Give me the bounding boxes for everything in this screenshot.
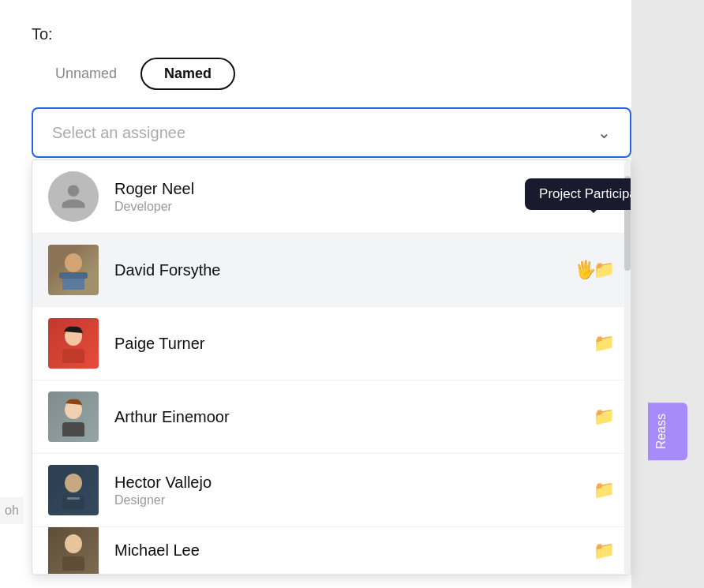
folder-icon[interactable]: 📁 bbox=[594, 406, 615, 427]
person-role: Designer bbox=[114, 493, 594, 507]
folder-icon[interactable]: 📁 🖐 bbox=[594, 260, 615, 280]
person-silhouette-michael bbox=[58, 531, 89, 571]
folder-icon[interactable]: Project Participant 📁 bbox=[594, 186, 615, 207]
svg-rect-2 bbox=[59, 272, 88, 279]
svg-point-10 bbox=[65, 534, 82, 553]
list-item[interactable]: Arthur Einemoor 📁 bbox=[32, 380, 631, 454]
person-name: Paige Turner bbox=[114, 335, 594, 353]
scrollbar-thumb[interactable] bbox=[624, 176, 631, 271]
avatar bbox=[48, 391, 99, 442]
svg-point-7 bbox=[65, 474, 82, 492]
list-item[interactable]: Roger Neel Developer Project Participant… bbox=[32, 160, 631, 234]
avatar bbox=[48, 171, 99, 222]
svg-rect-9 bbox=[67, 497, 80, 500]
person-name: Michael Lee bbox=[114, 541, 594, 560]
scrollbar[interactable] bbox=[624, 160, 631, 575]
avatar bbox=[48, 527, 99, 575]
list-item[interactable]: Paige Turner 📁 bbox=[32, 307, 631, 380]
person-info: Arthur Einemoor bbox=[114, 408, 594, 426]
svg-rect-6 bbox=[62, 422, 84, 436]
person-info: Michael Lee bbox=[114, 541, 594, 560]
named-toggle[interactable]: Named bbox=[140, 58, 235, 90]
list-item[interactable]: Hector Vallejo Designer 📁 bbox=[32, 454, 631, 527]
person-name: David Forsythe bbox=[114, 261, 594, 279]
select-placeholder: Select an assignee bbox=[52, 124, 185, 142]
avatar bbox=[48, 245, 99, 295]
toggle-group: Unnamed Named bbox=[32, 58, 600, 90]
person-name: Hector Vallejo bbox=[114, 474, 594, 492]
person-silhouette-arthur bbox=[58, 397, 89, 436]
folder-icon[interactable]: 📁 bbox=[594, 480, 615, 500]
person-info: Roger Neel Developer bbox=[114, 180, 594, 214]
person-role: Developer bbox=[114, 200, 594, 214]
chevron-down-icon: ⌄ bbox=[597, 123, 611, 142]
assignee-select[interactable]: Select an assignee ⌄ bbox=[32, 107, 631, 158]
reassign-button[interactable]: Reass bbox=[648, 403, 687, 460]
person-info: Paige Turner bbox=[114, 335, 594, 353]
dropdown-list: Roger Neel Developer Project Participant… bbox=[32, 159, 631, 575]
list-item[interactable]: David Forsythe 📁 🖐 bbox=[32, 234, 631, 307]
to-label: To: bbox=[32, 25, 600, 43]
person-silhouette-paige bbox=[58, 324, 89, 363]
unnamed-toggle[interactable]: Unnamed bbox=[32, 58, 140, 90]
person-icon bbox=[59, 182, 88, 211]
folder-icon[interactable]: 📁 bbox=[594, 333, 615, 354]
person-info: Hector Vallejo Designer bbox=[114, 474, 594, 507]
assignee-select-wrapper: Select an assignee ⌄ Roger Neel Develope… bbox=[32, 107, 631, 158]
avatar bbox=[48, 465, 99, 515]
svg-rect-11 bbox=[62, 556, 84, 571]
person-name: Roger Neel bbox=[114, 180, 594, 198]
avatar bbox=[48, 318, 99, 369]
person-silhouette-hector bbox=[58, 470, 89, 510]
left-edge-label: oh bbox=[0, 497, 24, 524]
list-item[interactable]: Michael Lee 📁 bbox=[32, 527, 631, 575]
person-silhouette bbox=[58, 250, 89, 290]
person-name: Arthur Einemoor bbox=[114, 408, 594, 426]
main-panel: To: Unnamed Named Select an assignee ⌄ R… bbox=[0, 0, 631, 588]
svg-point-0 bbox=[65, 253, 82, 272]
person-info: David Forsythe bbox=[114, 261, 594, 279]
folder-icon[interactable]: 📁 bbox=[594, 541, 615, 561]
right-panel: Reass bbox=[631, 0, 704, 588]
svg-rect-4 bbox=[62, 349, 84, 363]
